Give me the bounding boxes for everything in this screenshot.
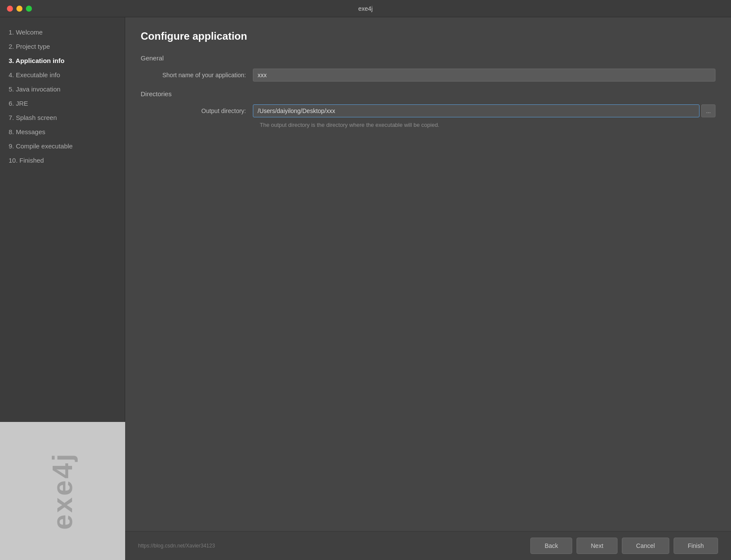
- app-name-input[interactable]: [253, 69, 715, 82]
- finish-button[interactable]: Finish: [674, 538, 718, 554]
- content-footer: https://blog.csdn.net/Xavier34123 Back N…: [125, 531, 731, 560]
- app-name-label: Short name of your application:: [141, 72, 253, 79]
- content-panel: Configure application General Short name…: [125, 17, 731, 560]
- minimize-button[interactable]: [16, 6, 22, 12]
- app-name-row: Short name of your application:: [141, 69, 715, 82]
- sidebar-item-messages[interactable]: 8. Messages: [0, 125, 125, 139]
- output-dir-input-group: ...: [253, 104, 715, 117]
- content-body: Configure application General Short name…: [125, 17, 731, 531]
- browse-button[interactable]: ...: [701, 104, 715, 117]
- sidebar-logo: exe4j: [0, 422, 125, 560]
- output-dir-hint: The output directory is the directory wh…: [260, 122, 715, 128]
- cancel-button[interactable]: Cancel: [622, 538, 669, 554]
- title-bar: exe4j: [0, 0, 731, 17]
- directories-section: Directories Output directory: ... The ou…: [141, 90, 715, 128]
- window-controls[interactable]: [7, 6, 32, 12]
- next-button[interactable]: Next: [577, 538, 618, 554]
- maximize-button[interactable]: [26, 6, 32, 12]
- output-dir-input[interactable]: [253, 104, 699, 117]
- sidebar-item-welcome[interactable]: 1. Welcome: [0, 25, 125, 39]
- general-section-label: General: [141, 54, 715, 62]
- page-title: Configure application: [141, 30, 715, 42]
- sidebar-item-jre[interactable]: 6. JRE: [0, 96, 125, 110]
- sidebar-logo-text: exe4j: [47, 452, 79, 530]
- sidebar-item-splash-screen[interactable]: 7. Splash screen: [0, 110, 125, 125]
- sidebar-item-application-info[interactable]: 3. Application info: [0, 53, 125, 68]
- sidebar-item-finished[interactable]: 10. Finished: [0, 153, 125, 167]
- main-layout: 1. Welcome 2. Project type 3. Applicatio…: [0, 17, 731, 560]
- sidebar-item-java-invocation[interactable]: 5. Java invocation: [0, 82, 125, 96]
- close-button[interactable]: [7, 6, 13, 12]
- footer-url: https://blog.csdn.net/Xavier34123: [138, 543, 215, 549]
- sidebar-item-compile-executable[interactable]: 9. Compile executable: [0, 139, 125, 153]
- output-dir-label: Output directory:: [141, 107, 253, 114]
- sidebar: 1. Welcome 2. Project type 3. Applicatio…: [0, 17, 125, 560]
- output-dir-row: Output directory: ...: [141, 104, 715, 117]
- directories-section-label: Directories: [141, 90, 715, 98]
- sidebar-item-project-type[interactable]: 2. Project type: [0, 39, 125, 53]
- back-button[interactable]: Back: [530, 538, 572, 554]
- general-section: General Short name of your application:: [141, 54, 715, 82]
- window-title: exe4j: [358, 5, 372, 12]
- sidebar-item-executable-info[interactable]: 4. Executable info: [0, 68, 125, 82]
- sidebar-nav: 1. Welcome 2. Project type 3. Applicatio…: [0, 22, 125, 422]
